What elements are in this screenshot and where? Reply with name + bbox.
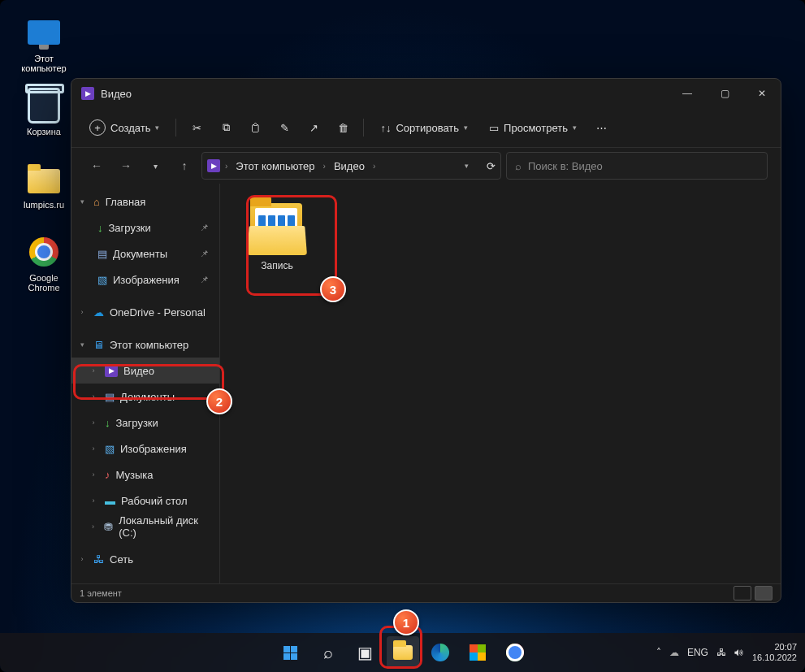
sidebar-this-pc[interactable]: ▾🖥︎Этот компьютер [71, 332, 219, 358]
taskbar-taskview[interactable]: ▣ [349, 636, 382, 669]
video-folder-icon: ▶ [81, 87, 94, 100]
address-bar[interactable]: ▶ › Этот компьютер › Видео › ▾ ⟳ [201, 152, 501, 180]
sidebar-item-pictures[interactable]: ›▧Изображения [71, 436, 219, 462]
video-folder-icon: ▶ [207, 159, 220, 172]
folder-label: Запись [241, 260, 313, 271]
folder-icon [26, 161, 62, 197]
system-tray[interactable]: ˄ ☁ ENG 🖧︎ 🔊︎ 20:07 16.10.2022 [656, 642, 797, 663]
folder-icon [393, 645, 413, 660]
more-icon: ⋯ [596, 122, 607, 134]
forward-button[interactable]: → [114, 154, 138, 178]
create-button[interactable]: + Создать▾ [80, 114, 169, 141]
windows-icon [283, 646, 297, 660]
sidebar-item-documents[interactable]: ›▤Документы [71, 384, 219, 410]
minimize-button[interactable]: ― [669, 79, 706, 108]
sidebar-item-downloads[interactable]: ›↓Загрузки [71, 410, 219, 436]
share-button[interactable]: ↗ [300, 114, 327, 141]
sidebar-item-documents[interactable]: ▤Документы📌︎ [71, 241, 219, 267]
content-pane[interactable]: Запись [220, 184, 781, 583]
taskbar-edge[interactable] [424, 636, 457, 669]
desktop: Этот компьютер Корзина lumpics.ru Google… [0, 0, 805, 672]
chevron-up-icon[interactable]: ˄ [656, 647, 661, 658]
desktop-icon-label: Корзина [13, 127, 75, 137]
desktop-icon-recycle-bin[interactable]: Корзина [13, 88, 75, 137]
view-icons-button[interactable] [755, 586, 773, 600]
sidebar-item-pictures[interactable]: ▧Изображения📌︎ [71, 267, 219, 293]
tray-clock[interactable]: 20:07 16.10.2022 [752, 642, 797, 663]
sidebar-item-music[interactable]: ›♪Музыка [71, 462, 219, 488]
explorer-window: ▶ Видео ― ▢ ✕ + Создать▾ ✂ ⧉ 📋︎ ✎ ↗ 🗑︎ [71, 78, 781, 603]
cut-icon: ✂ [193, 122, 201, 134]
volume-icon[interactable]: 🔊︎ [734, 647, 744, 658]
sidebar-network[interactable]: ›🖧︎Сеть [71, 546, 219, 572]
document-icon: ▤ [105, 391, 115, 403]
sort-button[interactable]: ↑↓ Сортировать▾ [370, 114, 478, 141]
chevron-down-icon[interactable]: ▾ [465, 162, 469, 170]
sidebar-home[interactable]: ▾⌂Главная [71, 189, 219, 215]
pin-icon: 📌︎ [200, 275, 213, 284]
copy-button[interactable]: ⧉ [212, 114, 240, 141]
desktop-icon-folder[interactable]: lumpics.ru [13, 161, 75, 210]
taskbar-chrome[interactable] [499, 636, 531, 669]
pin-icon: 📌︎ [200, 223, 213, 232]
desktop-icon-this-pc[interactable]: Этот компьютер [13, 15, 75, 73]
sidebar-item-downloads[interactable]: ↓Загрузки📌︎ [71, 215, 219, 241]
copy-icon: ⧉ [223, 121, 230, 134]
breadcrumb-item[interactable]: Видео [331, 158, 368, 174]
search-input[interactable]: ⌕ Поиск в: Видео [506, 152, 768, 180]
chrome-icon [26, 234, 62, 270]
tray-lang[interactable]: ENG [687, 647, 708, 658]
desktop-icon-label: Google Chrome [13, 273, 75, 293]
close-button[interactable]: ✕ [743, 79, 781, 108]
start-button[interactable] [275, 636, 307, 669]
sidebar: ▾⌂Главная ↓Загрузки📌︎ ▤Документы📌︎ ▧Изоб… [71, 184, 220, 583]
taskbar-store[interactable] [461, 636, 494, 669]
folder-icon [244, 198, 310, 255]
view-button[interactable]: ▭ Просмотреть▾ [479, 114, 586, 141]
maximize-button[interactable]: ▢ [706, 79, 743, 108]
onedrive-tray-icon[interactable]: ☁ [669, 647, 679, 658]
taskbar-explorer[interactable] [387, 636, 419, 669]
sidebar-onedrive[interactable]: ›☁OneDrive - Personal [71, 299, 219, 325]
folder-item[interactable]: Запись [241, 198, 313, 271]
home-icon: ⌂ [93, 196, 100, 208]
taskbar-search[interactable]: ⌕ [312, 636, 344, 669]
back-button[interactable]: ← [84, 154, 109, 178]
more-button[interactable]: ⋯ [588, 114, 616, 141]
paste-button[interactable]: 📋︎ [241, 114, 269, 141]
recent-button[interactable]: ▾ [143, 154, 167, 178]
cut-button[interactable]: ✂ [183, 114, 210, 141]
desktop-icon-chrome[interactable]: Google Chrome [13, 234, 75, 293]
titlebar[interactable]: ▶ Видео ― ▢ ✕ [71, 79, 781, 108]
network-icon: 🖧︎ [93, 553, 104, 566]
search-icon: ⌕ [323, 644, 333, 662]
refresh-button[interactable]: ⟳ [487, 160, 496, 172]
chrome-icon [506, 644, 524, 661]
taskbar: ⌕ ▣ ˄ ☁ ENG 🖧︎ 🔊︎ 20:07 16.10.2022 [0, 633, 805, 672]
recycle-bin-icon [26, 88, 62, 124]
window-title: Видео [101, 88, 132, 100]
rename-button[interactable]: ✎ [270, 114, 298, 141]
breadcrumb-item[interactable]: Этот компьютер [232, 158, 318, 174]
store-icon [470, 644, 486, 661]
search-icon: ⌕ [515, 160, 522, 172]
network-icon[interactable]: 🖧︎ [716, 647, 726, 658]
taskview-icon: ▣ [357, 643, 373, 662]
view-icon: ▭ [489, 122, 499, 134]
delete-icon: 🗑︎ [338, 122, 348, 134]
sidebar-item-desktop[interactable]: ›▬Рабочий стол [71, 488, 219, 514]
plus-icon: + [89, 119, 106, 136]
annotation-badge-1: 1 [393, 609, 419, 635]
delete-button[interactable]: 🗑︎ [329, 114, 357, 141]
view-details-button[interactable] [734, 586, 751, 600]
document-icon: ▤ [97, 248, 107, 260]
sidebar-item-videos[interactable]: ›▶Видео [71, 358, 219, 384]
status-bar: 1 элемент [71, 583, 781, 602]
rename-icon: ✎ [280, 122, 289, 134]
paste-icon: 📋︎ [250, 122, 261, 134]
sidebar-item-local-disk[interactable]: ›⛃Локальный диск (C:) [71, 514, 219, 540]
monitor-icon [26, 15, 62, 50]
edge-icon [431, 644, 449, 661]
up-button[interactable]: ↑ [172, 154, 197, 178]
download-icon: ↓ [97, 222, 103, 234]
